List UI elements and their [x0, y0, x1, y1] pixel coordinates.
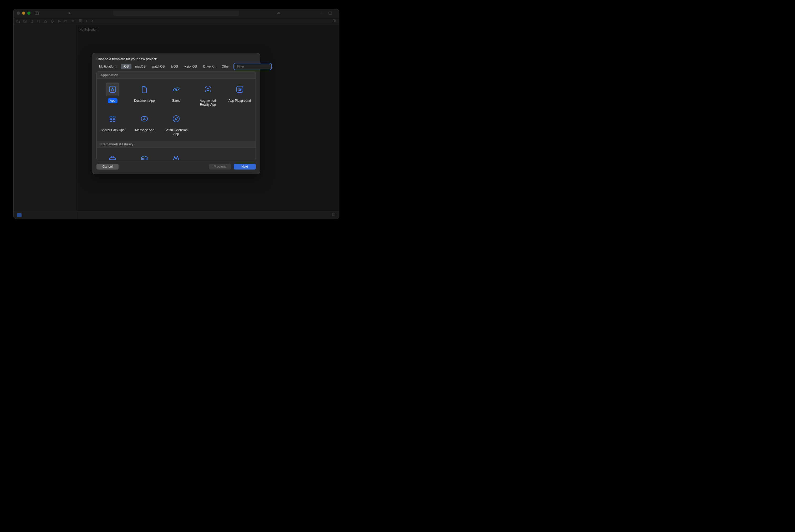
template-chooser-sheet: Choose a template for your new project: …	[92, 53, 260, 174]
platform-tab-row: MultiplatformiOSmacOSwatchOStvOSvisionOS…	[92, 63, 260, 72]
platform-tab-watchos[interactable]: watchOS	[149, 63, 168, 70]
imessage-icon	[137, 112, 151, 126]
template-label: Game	[170, 98, 183, 103]
columns-icon	[137, 152, 151, 160]
template-static-library[interactable]: Static Library	[129, 150, 160, 160]
section-header: Framework & Library	[97, 141, 255, 148]
platform-tab-multiplatform[interactable]: Multiplatform	[96, 63, 120, 70]
sheet-button-row: Cancel Previous Next	[92, 160, 260, 174]
metal-icon	[169, 152, 183, 160]
filter-field[interactable]	[234, 63, 271, 70]
template-game[interactable]: Game	[160, 80, 192, 110]
app-icon	[106, 82, 119, 96]
platform-tab-driverkit[interactable]: DriverKit	[201, 63, 218, 70]
template-imessage-app[interactable]: iMessage App	[129, 110, 160, 139]
template-label: App Playground	[226, 98, 253, 103]
compass-icon	[169, 112, 183, 126]
template-list[interactable]: ApplicationAppDocument AppGameAugmented …	[96, 72, 256, 160]
platform-tab-other[interactable]: Other	[219, 63, 232, 70]
template-label: Safari Extension App	[162, 128, 191, 137]
grid4-icon	[106, 112, 119, 126]
xcode-window: No Selection Choose a template for your …	[14, 9, 339, 219]
template-label: Document App	[132, 98, 157, 103]
platform-tab-macos[interactable]: macOS	[132, 63, 148, 70]
ar-icon	[201, 82, 215, 96]
platform-tab-visionos[interactable]: visionOS	[182, 63, 200, 70]
platform-tab-tvos[interactable]: tvOS	[168, 63, 181, 70]
platform-tab-ios[interactable]: iOS	[121, 63, 131, 70]
template-label: iMessage App	[132, 128, 156, 133]
template-label: App	[108, 98, 117, 103]
template-augmented-reality-app[interactable]: Augmented Reality App	[192, 80, 224, 110]
section-header: Application	[97, 72, 255, 79]
template-sticker-pack-app[interactable]: Sticker Pack App	[97, 110, 129, 139]
swift-square-icon	[233, 82, 247, 96]
next-button[interactable]: Next	[234, 164, 256, 170]
template-safari-extension-app[interactable]: Safari Extension App	[160, 110, 192, 139]
template-app-playground[interactable]: App Playground	[224, 80, 255, 110]
template-framework[interactable]: Framework	[97, 150, 129, 160]
template-metal-library[interactable]: Metal Library	[160, 150, 192, 160]
toolbox-icon	[106, 152, 119, 160]
cancel-button[interactable]: Cancel	[96, 164, 118, 170]
template-label: Sticker Pack App	[99, 128, 127, 133]
filter-input[interactable]	[237, 65, 277, 68]
document-icon	[137, 82, 151, 96]
template-app[interactable]: App	[97, 80, 129, 110]
game-icon	[169, 82, 183, 96]
sheet-title: Choose a template for your new project:	[92, 53, 260, 63]
previous-button: Previous	[209, 164, 231, 170]
template-document-app[interactable]: Document App	[129, 80, 160, 110]
template-label: Augmented Reality App	[193, 98, 222, 107]
